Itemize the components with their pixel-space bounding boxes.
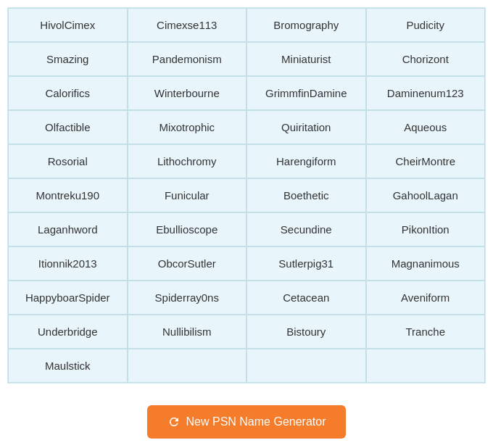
refresh-icon [167,415,181,428]
grid-cell: Itionnik2013 [8,246,128,281]
grid-cell: Laganhword [8,212,128,246]
grid-cell: CheirMontre [366,144,486,178]
grid-cell: Boethetic [246,178,366,212]
grid-cell: HivolCimex [8,8,128,42]
grid-cell: Nullibilism [128,315,247,349]
grid-cell: Cimexse113 [128,8,247,42]
button-container: New PSN Name Generator [147,405,347,439]
grid-cell: Cetacean [246,281,366,315]
grid-cell: Aveniform [366,281,486,315]
grid-cell: Pudicity [366,8,486,42]
grid-cell [246,349,366,383]
grid-cell: Winterbourne [128,76,247,110]
grid-cell: Maulstick [8,349,128,383]
grid-cell: Underbridge [8,315,128,349]
grid-cell: Sutlerpig31 [246,246,366,281]
grid-cell: Quiritation [246,110,366,144]
grid-cell: Daminenum123 [366,76,486,110]
grid-cell: Lithochromy [128,144,247,178]
grid-cell: Bistoury [246,315,366,349]
grid-cell: Funicular [128,178,247,212]
grid-cell: Ebullioscope [128,212,247,246]
generate-button-label: New PSN Name Generator [186,415,326,428]
grid-cell: Pandemonism [128,42,247,76]
grid-cell: Miniaturist [246,42,366,76]
grid-cell: Olfactible [8,110,128,144]
grid-cell: PikonItion [366,212,486,246]
grid-cell: Spiderray0ns [128,281,247,315]
grid-cell: Bromography [246,8,366,42]
grid-cell: HappyboarSpider [8,281,128,315]
grid-cell: ObcorSutler [128,246,247,281]
grid-cell: GahoolLagan [366,178,486,212]
grid-cell: Rosorial [8,144,128,178]
grid-cell: Magnanimous [366,246,486,281]
grid-cell: Secundine [246,212,366,246]
grid-cell: Montreku190 [8,178,128,212]
grid-cell: Calorifics [8,76,128,110]
grid-cell: Harengiform [246,144,366,178]
grid-cell [366,349,486,383]
grid-cell: Smazing [8,42,128,76]
grid-cell: GrimmfinDamine [246,76,366,110]
generate-button[interactable]: New PSN Name Generator [147,405,347,439]
grid-cell: Tranche [366,315,486,349]
grid-cell: Mixotrophic [128,110,247,144]
grid-cell [128,349,247,383]
grid-cell: Chorizont [366,42,486,76]
names-grid: HivolCimexCimexse113BromographyPudicityS… [7,7,486,383]
grid-cell: Aqueous [366,110,486,144]
